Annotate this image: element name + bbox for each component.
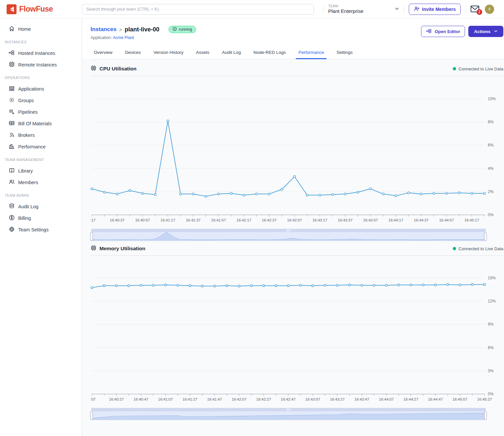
- sidebar-item-library[interactable]: Library: [0, 165, 82, 177]
- sidebar-section-team-management: TEAM MANAGEMENT: [0, 152, 82, 165]
- grip-icon: [287, 229, 290, 231]
- team-label: TEAM:: [328, 4, 364, 8]
- sidebar-section-team-admin: TEAM ADMIN: [0, 188, 82, 201]
- cpu-range-drag-bar[interactable]: [91, 229, 486, 232]
- live-status-label: Connected to Live Data: [458, 246, 503, 251]
- svg-text:16:41:27: 16:41:27: [183, 397, 198, 401]
- invite-members-label: Invite Members: [422, 7, 456, 12]
- cpu-range-handle-right[interactable]: [484, 232, 487, 241]
- svg-text:16:42:37: 16:42:37: [262, 218, 277, 222]
- tab-devices[interactable]: Devices: [124, 47, 141, 59]
- page-header: Instances > plant-live-00 running Applic…: [82, 19, 504, 59]
- book-icon: [9, 167, 15, 175]
- play-circle-icon: [173, 27, 177, 32]
- cpu-utilisation-section: CPU Utilisation Connected to Live Data 0…: [91, 64, 503, 241]
- breadcrumb-separator: >: [119, 27, 122, 32]
- svg-text:16:41:47: 16:41:47: [207, 397, 222, 401]
- svg-text:16:44:37: 16:44:37: [414, 218, 429, 222]
- sidebar-item-groups[interactable]: Groups: [0, 95, 82, 106]
- svg-text:16:41:07: 16:41:07: [158, 397, 173, 401]
- svg-text:0:07: 0:07: [91, 397, 96, 401]
- brand-name: FlowFuse: [19, 5, 53, 14]
- sidebar-item-home[interactable]: Home: [0, 23, 82, 35]
- windows-icon: [9, 85, 15, 93]
- sidebar-item-applications[interactable]: Applications: [0, 83, 82, 95]
- sidebar-item-label: Hosted Instances: [18, 51, 55, 56]
- sidebar-item-remote-instances[interactable]: Remote Instances: [0, 59, 82, 70]
- actions-label: Actions: [474, 29, 490, 34]
- team-selector[interactable]: TEAM: Plant Enterprise: [328, 4, 399, 14]
- sidebar-item-members[interactable]: Members: [0, 177, 82, 188]
- live-status: Connected to Live Data: [453, 66, 503, 71]
- sidebar-item-label: Team Settings: [18, 227, 49, 232]
- sidebar-item-pipelines[interactable]: Pipelines: [0, 106, 82, 118]
- tab-settings[interactable]: Settings: [336, 47, 353, 59]
- invite-members-button[interactable]: Invite Members: [409, 4, 461, 15]
- cpu-range-handle-left[interactable]: [90, 232, 93, 241]
- svg-text:15%: 15%: [488, 276, 496, 280]
- tab-performance[interactable]: Performance: [298, 47, 325, 59]
- sidebar-section-instances: INSTANCES: [0, 35, 82, 47]
- tab-assets[interactable]: Assets: [195, 47, 210, 59]
- avatar[interactable]: fl: [485, 5, 494, 14]
- chevron-down-icon: [494, 29, 498, 34]
- svg-text:8%: 8%: [488, 120, 494, 124]
- svg-text:16:42:27: 16:42:27: [256, 397, 271, 401]
- breadcrumb-instances-link[interactable]: Instances: [91, 26, 116, 33]
- svg-text:0%: 0%: [488, 213, 494, 217]
- home-icon: [9, 25, 15, 33]
- sidebar-item-hosted-instances[interactable]: Hosted Instances: [0, 47, 82, 59]
- sidebar: Home INSTANCES Hosted Instances Remote I…: [0, 19, 82, 436]
- sidebar-item-billing[interactable]: Billing: [0, 212, 82, 224]
- tab-node-red-logs[interactable]: Node-RED Logs: [253, 47, 287, 59]
- sidebar-item-audit-log[interactable]: Audit Log: [0, 201, 82, 212]
- chart-title: Memory Utilisation: [99, 246, 145, 252]
- search-input[interactable]: [82, 4, 314, 15]
- tab-overview[interactable]: Overview: [93, 47, 113, 59]
- flowfuse-logo[interactable]: FlowFuse: [0, 4, 82, 14]
- notifications-button[interactable]: 2: [470, 5, 480, 14]
- svg-text:16:44:47: 16:44:47: [428, 397, 443, 401]
- actions-button[interactable]: Actions: [468, 26, 503, 37]
- team-name: Plant Enterprise: [328, 8, 364, 14]
- sidebar-item-brokers[interactable]: Brokers: [0, 129, 82, 141]
- svg-text:16:42:17: 16:42:17: [236, 218, 251, 222]
- live-status: Connected to Live Data: [453, 246, 503, 251]
- rss-icon: [9, 132, 15, 139]
- live-status-label: Connected to Live Data: [458, 66, 503, 71]
- tab-audit-log[interactable]: Audit Log: [221, 47, 242, 59]
- notification-badge: 2: [477, 9, 482, 15]
- sidebar-item-bill-of-materials[interactable]: Bill Of Materials: [0, 118, 82, 129]
- memory-range-handle-left[interactable]: [90, 412, 93, 420]
- svg-text:16:40:27: 16:40:27: [109, 397, 124, 401]
- sidebar-item-performance[interactable]: Performance: [0, 141, 82, 152]
- svg-text:16:40:47: 16:40:47: [134, 397, 148, 401]
- cpu-range-selector[interactable]: [91, 229, 486, 241]
- memory-range-handle-right[interactable]: [484, 412, 487, 420]
- svg-text:16:44:27: 16:44:27: [404, 397, 418, 401]
- sidebar-item-label: Remote Instances: [18, 62, 57, 67]
- sidebar-item-label: Brokers: [18, 133, 35, 138]
- svg-text:16:43:47: 16:43:47: [354, 397, 369, 401]
- table-icon: [9, 120, 15, 127]
- memory-chart: 0%3%6%9%12%15%0:0716:40:2716:40:4716:41:…: [91, 256, 503, 405]
- sidebar-item-label: Groups: [18, 98, 34, 103]
- sidebar-item-label: Library: [18, 168, 33, 174]
- svg-text:16:43:57: 16:43:57: [363, 218, 378, 222]
- sidebar-item-label: Billing: [18, 216, 31, 221]
- sidebar-item-team-settings[interactable]: Team Settings: [0, 224, 82, 235]
- grip-icon: [287, 409, 290, 411]
- application-link[interactable]: Acme Plant: [113, 35, 134, 40]
- memory-range-drag-bar[interactable]: [91, 408, 486, 411]
- sidebar-item-label: Audit Log: [18, 204, 38, 209]
- top-bar: FlowFuse TEAM: Plant Enterprise Invite M…: [0, 0, 504, 19]
- svg-text:16:41:37: 16:41:37: [186, 218, 201, 222]
- svg-text:16:40:57: 16:40:57: [135, 218, 150, 222]
- divider: [465, 5, 466, 14]
- tab-version-history[interactable]: Version History: [153, 47, 184, 59]
- memory-range-selector[interactable]: [91, 408, 486, 420]
- node-tree-icon: [426, 28, 432, 35]
- svg-text:9%: 9%: [488, 322, 494, 327]
- open-editor-button[interactable]: Open Editor: [421, 26, 465, 37]
- application-label: Application:: [91, 35, 112, 40]
